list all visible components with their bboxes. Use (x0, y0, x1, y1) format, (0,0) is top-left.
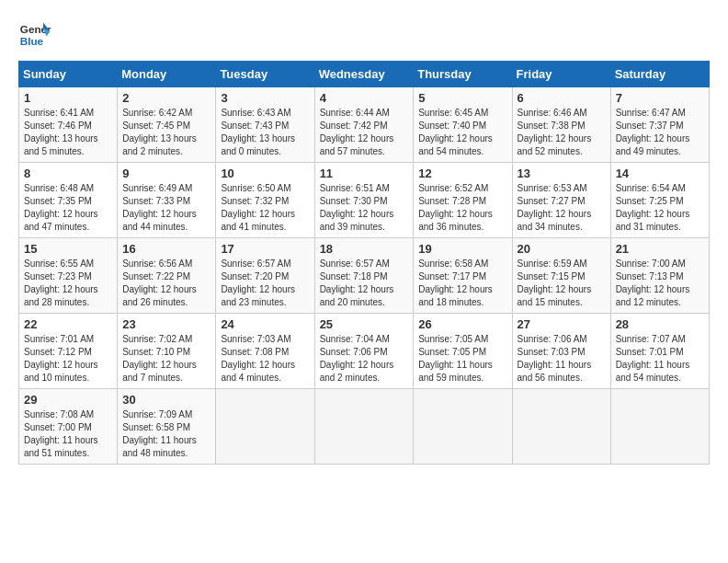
calendar-cell (512, 389, 610, 465)
col-header-sunday: Sunday (19, 62, 118, 87)
day-detail: Sunrise: 7:06 AM Sunset: 7:03 PM Dayligh… (518, 334, 592, 383)
calendar-cell (610, 389, 709, 465)
day-number: 29 (24, 393, 112, 407)
day-number: 17 (221, 242, 309, 256)
day-number: 28 (616, 317, 704, 331)
page-header: General Blue (18, 18, 710, 52)
col-header-saturday: Saturday (610, 62, 709, 87)
calendar-cell (314, 389, 414, 465)
calendar-cell: 22Sunrise: 7:01 AM Sunset: 7:12 PM Dayli… (19, 314, 118, 389)
calendar-cell (414, 389, 512, 465)
calendar-cell: 20Sunrise: 6:59 AM Sunset: 7:15 PM Dayli… (512, 238, 610, 314)
calendar-cell: 24Sunrise: 7:03 AM Sunset: 7:08 PM Dayli… (216, 314, 314, 389)
day-number: 27 (518, 317, 606, 331)
logo: General Blue (18, 18, 51, 52)
day-number: 6 (518, 91, 606, 105)
calendar-body: 1Sunrise: 6:41 AM Sunset: 7:46 PM Daylig… (19, 87, 710, 465)
calendar-cell: 2Sunrise: 6:42 AM Sunset: 7:45 PM Daylig… (118, 87, 216, 163)
day-number: 23 (122, 317, 210, 331)
day-detail: Sunrise: 7:08 AM Sunset: 7:00 PM Dayligh… (24, 409, 98, 458)
day-number: 18 (320, 242, 409, 256)
calendar-week-2: 8Sunrise: 6:48 AM Sunset: 7:35 PM Daylig… (19, 163, 710, 238)
calendar-week-1: 1Sunrise: 6:41 AM Sunset: 7:46 PM Daylig… (19, 87, 710, 163)
day-detail: Sunrise: 6:44 AM Sunset: 7:42 PM Dayligh… (320, 108, 394, 156)
day-detail: Sunrise: 6:59 AM Sunset: 7:15 PM Dayligh… (518, 259, 592, 307)
day-detail: Sunrise: 7:07 AM Sunset: 7:01 PM Dayligh… (616, 334, 690, 383)
day-number: 10 (221, 167, 309, 180)
calendar-cell: 15Sunrise: 6:55 AM Sunset: 7:23 PM Dayli… (19, 238, 118, 314)
day-detail: Sunrise: 6:45 AM Sunset: 7:40 PM Dayligh… (418, 108, 493, 156)
col-header-monday: Monday (118, 62, 216, 87)
day-detail: Sunrise: 6:49 AM Sunset: 7:33 PM Dayligh… (122, 183, 197, 232)
day-detail: Sunrise: 6:50 AM Sunset: 7:32 PM Dayligh… (221, 183, 295, 232)
calendar-cell: 3Sunrise: 6:43 AM Sunset: 7:43 PM Daylig… (216, 87, 314, 163)
day-number: 14 (616, 167, 704, 180)
col-header-friday: Friday (512, 62, 610, 87)
svg-text:Blue: Blue (20, 35, 44, 47)
day-number: 26 (418, 317, 506, 331)
day-detail: Sunrise: 6:47 AM Sunset: 7:37 PM Dayligh… (616, 108, 690, 156)
day-number: 20 (518, 242, 606, 256)
day-number: 11 (320, 167, 409, 180)
day-number: 30 (122, 393, 210, 407)
day-detail: Sunrise: 7:04 AM Sunset: 7:06 PM Dayligh… (320, 334, 394, 383)
calendar-cell: 8Sunrise: 6:48 AM Sunset: 7:35 PM Daylig… (19, 163, 118, 238)
calendar-cell: 16Sunrise: 6:56 AM Sunset: 7:22 PM Dayli… (118, 238, 216, 314)
day-number: 8 (24, 167, 112, 180)
calendar-cell: 9Sunrise: 6:49 AM Sunset: 7:33 PM Daylig… (118, 163, 216, 238)
calendar-cell: 27Sunrise: 7:06 AM Sunset: 7:03 PM Dayli… (512, 314, 610, 389)
calendar-cell: 5Sunrise: 6:45 AM Sunset: 7:40 PM Daylig… (414, 87, 512, 163)
calendar-cell: 21Sunrise: 7:00 AM Sunset: 7:13 PM Dayli… (610, 238, 709, 314)
day-number: 12 (418, 167, 506, 180)
day-detail: Sunrise: 6:55 AM Sunset: 7:23 PM Dayligh… (24, 259, 98, 307)
day-detail: Sunrise: 6:41 AM Sunset: 7:46 PM Dayligh… (24, 108, 98, 156)
calendar-cell: 14Sunrise: 6:54 AM Sunset: 7:25 PM Dayli… (610, 163, 709, 238)
calendar-cell: 4Sunrise: 6:44 AM Sunset: 7:42 PM Daylig… (314, 87, 414, 163)
day-detail: Sunrise: 6:54 AM Sunset: 7:25 PM Dayligh… (616, 183, 690, 232)
day-number: 19 (418, 242, 506, 256)
col-header-thursday: Thursday (414, 62, 512, 87)
day-number: 24 (221, 317, 309, 331)
day-detail: Sunrise: 7:05 AM Sunset: 7:05 PM Dayligh… (418, 334, 493, 383)
day-number: 7 (616, 91, 704, 105)
calendar-cell: 19Sunrise: 6:58 AM Sunset: 7:17 PM Dayli… (414, 238, 512, 314)
calendar-cell: 10Sunrise: 6:50 AM Sunset: 7:32 PM Dayli… (216, 163, 314, 238)
calendar-cell: 13Sunrise: 6:53 AM Sunset: 7:27 PM Dayli… (512, 163, 610, 238)
day-detail: Sunrise: 6:51 AM Sunset: 7:30 PM Dayligh… (320, 183, 394, 232)
calendar-week-3: 15Sunrise: 6:55 AM Sunset: 7:23 PM Dayli… (19, 238, 710, 314)
day-detail: Sunrise: 7:03 AM Sunset: 7:08 PM Dayligh… (221, 334, 295, 383)
day-number: 22 (24, 317, 112, 331)
day-number: 9 (122, 167, 210, 180)
calendar-cell: 12Sunrise: 6:52 AM Sunset: 7:28 PM Dayli… (414, 163, 512, 238)
day-detail: Sunrise: 6:43 AM Sunset: 7:43 PM Dayligh… (221, 108, 295, 156)
calendar-cell: 30Sunrise: 7:09 AM Sunset: 6:58 PM Dayli… (118, 389, 216, 465)
day-detail: Sunrise: 6:52 AM Sunset: 7:28 PM Dayligh… (418, 183, 493, 232)
day-number: 1 (24, 91, 112, 105)
day-number: 13 (518, 167, 606, 180)
day-number: 3 (221, 91, 309, 105)
day-detail: Sunrise: 6:48 AM Sunset: 7:35 PM Dayligh… (24, 183, 98, 232)
day-number: 2 (122, 91, 210, 105)
logo-icon: General Blue (18, 18, 51, 52)
calendar-header-row: SundayMondayTuesdayWednesdayThursdayFrid… (19, 62, 710, 87)
calendar-cell: 17Sunrise: 6:57 AM Sunset: 7:20 PM Dayli… (216, 238, 314, 314)
calendar-table: SundayMondayTuesdayWednesdayThursdayFrid… (18, 61, 710, 465)
day-number: 25 (320, 317, 409, 331)
day-number: 5 (418, 91, 506, 105)
calendar-cell: 23Sunrise: 7:02 AM Sunset: 7:10 PM Dayli… (118, 314, 216, 389)
calendar-cell: 6Sunrise: 6:46 AM Sunset: 7:38 PM Daylig… (512, 87, 610, 163)
day-detail: Sunrise: 7:02 AM Sunset: 7:10 PM Dayligh… (122, 334, 197, 383)
day-detail: Sunrise: 7:01 AM Sunset: 7:12 PM Dayligh… (24, 334, 98, 383)
calendar-cell: 11Sunrise: 6:51 AM Sunset: 7:30 PM Dayli… (314, 163, 414, 238)
day-detail: Sunrise: 6:46 AM Sunset: 7:38 PM Dayligh… (518, 108, 592, 156)
day-number: 15 (24, 242, 112, 256)
day-detail: Sunrise: 6:56 AM Sunset: 7:22 PM Dayligh… (122, 259, 197, 307)
day-detail: Sunrise: 6:58 AM Sunset: 7:17 PM Dayligh… (418, 259, 493, 307)
calendar-cell: 1Sunrise: 6:41 AM Sunset: 7:46 PM Daylig… (19, 87, 118, 163)
day-detail: Sunrise: 6:57 AM Sunset: 7:20 PM Dayligh… (221, 259, 295, 307)
day-number: 21 (616, 242, 704, 256)
day-detail: Sunrise: 7:09 AM Sunset: 6:58 PM Dayligh… (122, 409, 197, 458)
calendar-cell: 28Sunrise: 7:07 AM Sunset: 7:01 PM Dayli… (610, 314, 709, 389)
col-header-wednesday: Wednesday (314, 62, 414, 87)
day-number: 16 (122, 242, 210, 256)
